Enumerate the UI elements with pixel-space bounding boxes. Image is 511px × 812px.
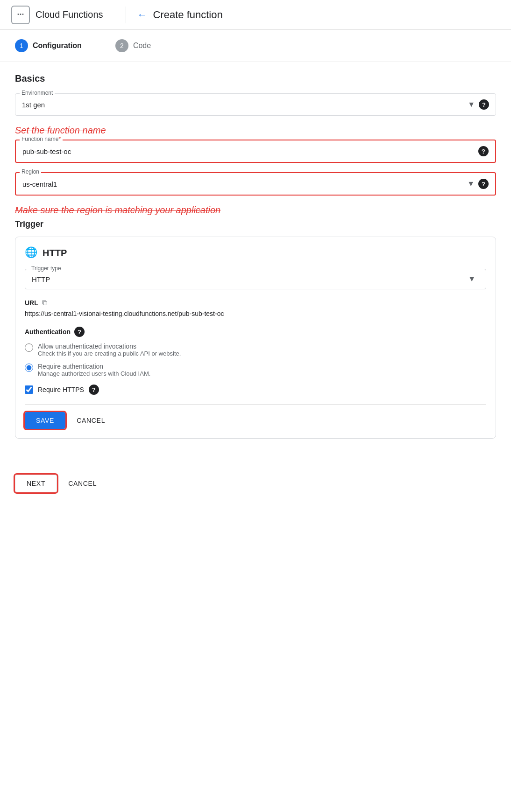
header: ··· Cloud Functions ← Create function: [0, 0, 511, 30]
page-title: Create function: [153, 9, 223, 21]
url-value: https://us-central1-visionai-testing.clo…: [25, 310, 224, 317]
radio-auth-label: Require authentication: [38, 363, 150, 370]
card-actions: SAVE CANCEL: [25, 404, 486, 429]
function-name-help-icon[interactable]: ?: [478, 146, 489, 156]
annotation-region: Make sure the region is matching your ap…: [15, 205, 496, 216]
header-divider: [126, 7, 126, 23]
radio-unauth-label: Allow unauthenticated invocations: [38, 343, 181, 350]
step-2: 2 Code: [115, 39, 151, 52]
function-name-label: Function name*: [20, 136, 63, 142]
radio-unauth-text: Allow unauthenticated invocations Check …: [38, 343, 181, 357]
radio-authenticated: Require authentication Manage authorized…: [25, 363, 486, 377]
https-help-icon[interactable]: ?: [89, 385, 99, 395]
globe-icon: 🌐: [25, 246, 38, 259]
region-help-icon[interactable]: ?: [478, 179, 489, 189]
radio-auth-sub: Manage authorized users with Cloud IAM.: [38, 370, 150, 377]
auth-section: Authentication ? Allow unauthenticated i…: [25, 327, 486, 395]
environment-help-icon[interactable]: ?: [479, 99, 489, 110]
step-2-label: Code: [133, 42, 151, 50]
auth-label: Authentication: [25, 328, 71, 336]
basics-title: Basics: [15, 73, 496, 84]
function-name-input[interactable]: [22, 147, 478, 155]
trigger-card: 🌐 HTTP Trigger type ▼ URL ⧉ https://us-c…: [15, 237, 496, 439]
save-button[interactable]: SAVE: [25, 412, 65, 429]
https-label: Require HTTPS: [38, 386, 84, 393]
trigger-section-title: Trigger: [15, 219, 496, 229]
radio-auth-text: Require authentication Manage authorized…: [38, 363, 150, 377]
region-field: Region ▼ ?: [15, 172, 496, 196]
trigger-type-label: Trigger type: [29, 265, 63, 272]
trigger-type-input-wrapper: ▼: [25, 269, 486, 289]
url-label-row: URL ⧉: [25, 299, 486, 307]
stepper: 1 Configuration 2 Code: [0, 30, 511, 62]
annotation-function-name: Set the function name: [15, 125, 496, 136]
url-section: URL ⧉ https://us-central1-visionai-testi…: [25, 299, 486, 317]
https-checkbox[interactable]: [25, 385, 33, 394]
trigger-type-field: Trigger type ▼: [25, 269, 486, 289]
radio-unauth-sub: Check this if you are creating a public …: [38, 350, 181, 357]
radio-unauth-input[interactable]: [25, 343, 33, 352]
environment-label: Environment: [20, 90, 55, 96]
region-dropdown-icon[interactable]: ▼: [467, 180, 475, 188]
trigger-card-title: HTTP: [43, 248, 67, 259]
step-1-label: Configuration: [33, 42, 82, 50]
radio-unauthenticated: Allow unauthenticated invocations Check …: [25, 343, 486, 357]
main-content: Basics Environment ▼ ? Set the function …: [0, 62, 511, 461]
radio-auth-input[interactable]: [25, 364, 33, 372]
region-label: Region: [20, 168, 41, 175]
trigger-type-dropdown-icon[interactable]: ▼: [468, 275, 476, 283]
trigger-card-header: 🌐 HTTP: [25, 246, 486, 259]
function-name-field: Function name* ?: [15, 140, 496, 163]
https-row: Require HTTPS ?: [25, 385, 486, 395]
region-input[interactable]: [22, 180, 467, 188]
cancel-button[interactable]: CANCEL: [73, 412, 109, 429]
step-2-circle: 2: [115, 39, 128, 52]
app-logo: ··· Cloud Functions: [11, 6, 103, 24]
required-marker: *: [58, 136, 61, 142]
function-name-input-wrapper: ?: [15, 140, 496, 163]
environment-input[interactable]: [22, 101, 468, 109]
logo-icon: ···: [11, 6, 30, 24]
environment-field: Environment ▼ ?: [15, 93, 496, 116]
auth-help-icon[interactable]: ?: [74, 327, 85, 337]
environment-input-wrapper: ▼ ?: [15, 93, 496, 116]
back-arrow-icon[interactable]: ←: [137, 9, 148, 21]
copy-icon[interactable]: ⧉: [42, 299, 47, 307]
bottom-actions: NEXT CANCEL: [0, 465, 511, 502]
step-1: 1 Configuration: [15, 39, 82, 52]
url-label: URL: [25, 299, 38, 307]
step-connector: [91, 46, 106, 46]
environment-dropdown-icon[interactable]: ▼: [468, 100, 475, 109]
app-name: Cloud Functions: [35, 9, 103, 20]
region-input-wrapper: ▼ ?: [15, 172, 496, 196]
auth-label-row: Authentication ?: [25, 327, 486, 337]
cancel-bottom-button[interactable]: CANCEL: [64, 475, 100, 492]
trigger-type-input[interactable]: [32, 275, 468, 283]
next-button[interactable]: NEXT: [15, 475, 57, 492]
step-1-circle: 1: [15, 39, 28, 52]
